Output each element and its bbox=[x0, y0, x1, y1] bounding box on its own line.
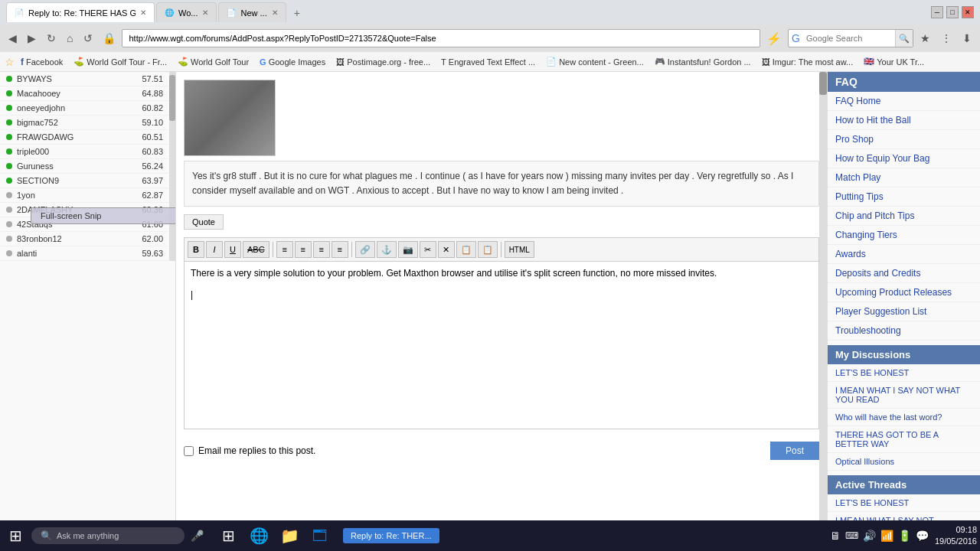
faq-link-item[interactable]: Pro Shop bbox=[828, 130, 980, 149]
quote-btn[interactable]: Quote bbox=[184, 214, 224, 230]
bookmark-facebook[interactable]: f Facebook bbox=[16, 55, 67, 69]
search-input[interactable] bbox=[803, 34, 895, 43]
editor-area[interactable]: There is a very simple solution to your … bbox=[184, 261, 819, 429]
player-item[interactable]: 1yon62.87 bbox=[0, 188, 169, 203]
discussion-link-item[interactable]: I MEAN WHAT I SAY NOT WHAT YOU READ bbox=[828, 382, 980, 409]
stop-btn[interactable]: ↺ bbox=[80, 31, 96, 46]
taskbar-app-edge[interactable]: 🌐 bbox=[245, 522, 273, 549]
toolbar-separator-1 bbox=[273, 242, 273, 257]
player-item[interactable]: bigmac75259.10 bbox=[0, 116, 169, 130]
image-btn[interactable]: 📷 bbox=[398, 241, 418, 258]
bookmark-engraved[interactable]: T Engraved Text Effect ... bbox=[436, 56, 540, 68]
tools-btn[interactable]: ⬇ bbox=[959, 31, 975, 46]
player-item[interactable]: SECTION963.97 bbox=[0, 174, 169, 188]
start-button[interactable]: ⊞ bbox=[3, 523, 28, 548]
remove-btn[interactable]: ✕ bbox=[438, 241, 455, 258]
post-btn[interactable]: Post bbox=[770, 442, 819, 460]
align-center-btn[interactable]: ≡ bbox=[295, 241, 312, 258]
refresh-btn[interactable]: ↻ bbox=[43, 31, 60, 46]
player-item[interactable]: alanti59.63 bbox=[0, 246, 169, 261]
faq-link-item[interactable]: Upcoming Product Releases bbox=[828, 283, 980, 302]
bookmark-uk-tr[interactable]: 🇬🇧 Your UK Tr... bbox=[859, 55, 929, 68]
minimize-btn[interactable]: ─ bbox=[931, 6, 943, 18]
home-btn[interactable]: ⌂ bbox=[63, 31, 77, 46]
tab-3[interactable]: 📄 New ... ✕ bbox=[218, 2, 286, 22]
italic-btn[interactable]: I bbox=[206, 241, 223, 258]
faq-link-item[interactable]: Changing Tiers bbox=[828, 226, 980, 245]
address-bar[interactable] bbox=[122, 29, 760, 47]
tab2-close-btn[interactable]: ✕ bbox=[202, 8, 208, 17]
active-thread-link-item[interactable]: LET'S BE HONEST bbox=[828, 494, 980, 512]
bookmark-postimage[interactable]: 🖼 Postimage.org - free... bbox=[332, 56, 435, 68]
bold-btn[interactable]: B bbox=[188, 241, 204, 258]
align-left-btn[interactable]: ≡ bbox=[276, 241, 293, 258]
bookmark-google-images[interactable]: G Google Images bbox=[255, 56, 330, 68]
taskbar-search-input[interactable] bbox=[57, 531, 164, 540]
maximize-btn[interactable]: □ bbox=[946, 6, 959, 18]
tab3-close-btn[interactable]: ✕ bbox=[272, 8, 278, 17]
faq-link-item[interactable]: Troubleshooting bbox=[828, 321, 980, 341]
anchor-btn[interactable]: ⚓ bbox=[377, 241, 397, 258]
faq-link-item[interactable]: FAQ Home bbox=[828, 92, 980, 111]
faq-link-item[interactable]: Deposits and Credits bbox=[828, 264, 980, 283]
underline-btn[interactable]: U bbox=[224, 241, 241, 258]
taskbar-volume-icon[interactable]: 🔊 bbox=[863, 530, 876, 542]
bookmark-wgt-fr[interactable]: ⛳ World Golf Tour - Fr... bbox=[69, 55, 172, 68]
close-window-btn[interactable]: ✕ bbox=[962, 6, 974, 18]
taskbar-app-task-view[interactable]: ⊞ bbox=[214, 522, 242, 549]
settings-btn[interactable]: ⋮ bbox=[937, 31, 956, 46]
bookmark-btn[interactable]: ★ bbox=[916, 31, 934, 46]
bookmark-imgur[interactable]: 🖼 Imgur: The most aw... bbox=[757, 56, 858, 68]
faq-link-item[interactable]: Player Suggestion List bbox=[828, 302, 980, 321]
player-item[interactable]: FRAWGDAWG60.51 bbox=[0, 130, 169, 145]
browser-taskbar-icon[interactable]: Reply to: Re: THER... bbox=[343, 528, 439, 543]
bookmark-wgt[interactable]: ⛳ World Golf Tour bbox=[173, 55, 253, 68]
faq-link-item[interactable]: How to Hit the Ball bbox=[828, 111, 980, 130]
player-item[interactable]: Macahooey64.88 bbox=[0, 86, 169, 101]
discussion-link-item[interactable]: Who will have the last word? bbox=[828, 409, 980, 426]
taskbar-network-icon[interactable]: 📶 bbox=[880, 530, 893, 542]
faq-link-item[interactable]: Match Play bbox=[828, 168, 980, 187]
player-item[interactable]: BYWAYS57.51 bbox=[0, 72, 169, 86]
tab-2[interactable]: 🌐 Wo... ✕ bbox=[156, 2, 217, 22]
paste-btn[interactable]: 📋 bbox=[456, 241, 476, 258]
right-sidebar: FAQ FAQ HomeHow to Hit the BallPro ShopH… bbox=[827, 72, 980, 551]
taskbar-notification-icon[interactable]: 💬 bbox=[916, 530, 929, 542]
email-checkbox[interactable] bbox=[184, 446, 194, 456]
html-btn[interactable]: HTML bbox=[505, 241, 534, 258]
player-item[interactable]: 83ronbon1262.00 bbox=[0, 232, 169, 246]
player-item[interactable]: Guruness56.24 bbox=[0, 159, 169, 174]
faq-link-item[interactable]: Chip and Pitch Tips bbox=[828, 207, 980, 226]
list-ol-btn[interactable]: ≡ bbox=[332, 241, 348, 258]
player-item[interactable]: triple00060.83 bbox=[0, 145, 169, 159]
discussion-link-item[interactable]: LET'S BE HONEST bbox=[828, 364, 980, 382]
forward-btn[interactable]: ▶ bbox=[24, 31, 40, 46]
taskbar-app-store[interactable]: 🗔 bbox=[306, 522, 334, 549]
faq-link-item[interactable]: Putting Tips bbox=[828, 187, 980, 207]
taskbar-browser-app[interactable]: Reply to: Re: THER... bbox=[343, 528, 439, 543]
new-tab-btn[interactable]: + bbox=[288, 4, 306, 22]
tab-active[interactable]: 📄 Reply to: Re: THERE HAS GOT T... ✕ bbox=[6, 2, 155, 22]
instantsfun-icon: 🎮 bbox=[655, 57, 665, 67]
player-item[interactable]: oneeyedjohn60.82 bbox=[0, 101, 169, 116]
taskbar-app-explorer[interactable]: 📁 bbox=[276, 522, 303, 549]
bookmark-new-content[interactable]: 📄 New content - Green... bbox=[541, 55, 648, 68]
tab-close-btn[interactable]: ✕ bbox=[140, 8, 146, 17]
bookmark-instantsfun[interactable]: 🎮 Instantsfun! Gordon ... bbox=[650, 55, 756, 68]
discussion-link-item[interactable]: Optical Illusions bbox=[828, 453, 980, 471]
paste-word-btn[interactable]: 📋 bbox=[478, 241, 498, 258]
scissors-btn[interactable]: ✂ bbox=[420, 241, 436, 258]
search-btn[interactable]: 🔍 bbox=[895, 30, 913, 47]
back-btn[interactable]: ◀ bbox=[5, 31, 21, 46]
link-btn[interactable]: 🔗 bbox=[355, 241, 375, 258]
player-status-dot bbox=[6, 76, 12, 82]
faq-link-item[interactable]: Awards bbox=[828, 245, 980, 264]
discussion-link-item[interactable]: THERE HAS GOT TO BE A BETTER WAY bbox=[828, 426, 980, 453]
taskbar-search-box[interactable]: 🔍 bbox=[31, 527, 185, 544]
strikethrough-btn[interactable]: ABC bbox=[243, 241, 270, 258]
list-ul-btn[interactable]: ≡ bbox=[313, 241, 330, 258]
taskbar-mic-icon[interactable]: 🎤 bbox=[188, 530, 207, 542]
search-box[interactable]: G 🔍 bbox=[788, 29, 913, 47]
faq-link-item[interactable]: How to Equip Your Bag bbox=[828, 149, 980, 168]
bookmark-wgt-label: World Golf Tour bbox=[191, 57, 249, 67]
